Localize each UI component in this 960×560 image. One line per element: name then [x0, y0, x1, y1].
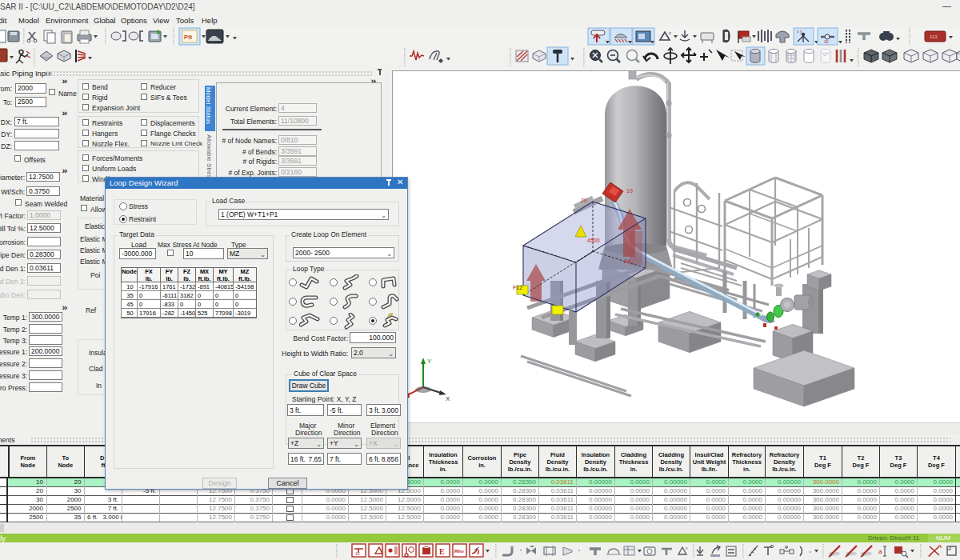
svg-text:Rho: Rho — [454, 549, 464, 554]
svg-text:20: 20 — [581, 198, 587, 203]
svg-text:24: 24 — [624, 258, 630, 264]
svg-text:X: X — [446, 395, 450, 402]
svg-text:F12: F12 — [513, 285, 522, 290]
svg-text:4500: 4500 — [587, 238, 600, 243]
svg-text:113: 113 — [930, 34, 938, 39]
svg-text:10: 10 — [626, 188, 633, 194]
svg-text:Y: Y — [427, 358, 432, 365]
svg-text:10: 10 — [824, 39, 829, 44]
svg-text:E: E — [439, 547, 445, 556]
svg-text:10: 10 — [355, 551, 360, 556]
svg-text:x y: x y — [797, 29, 802, 34]
svg-text:x: x — [669, 30, 671, 35]
svg-text:a: a — [878, 548, 882, 555]
svg-text:Plt: Plt — [184, 34, 193, 41]
svg-text:x: x — [686, 546, 688, 550]
